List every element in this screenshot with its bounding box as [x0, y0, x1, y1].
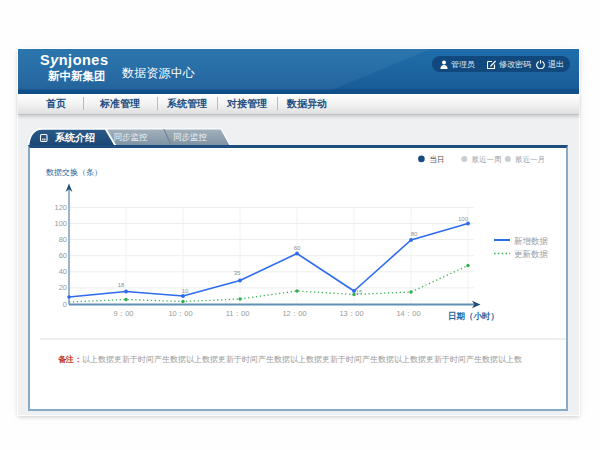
svg-text:15: 15	[356, 289, 363, 295]
svg-text:60: 60	[59, 251, 67, 260]
svg-text:同步监控: 同步监控	[173, 132, 208, 142]
svg-text:80: 80	[59, 235, 67, 244]
svg-text:14：00: 14：00	[396, 309, 420, 318]
svg-text:18: 18	[118, 282, 125, 288]
svg-text:当日: 当日	[430, 155, 445, 164]
svg-text:20: 20	[59, 283, 67, 292]
svg-text:最近一周: 最近一周	[472, 155, 502, 164]
svg-text:13：00: 13：00	[339, 309, 363, 318]
svg-text:100: 100	[54, 219, 67, 228]
svg-text:60: 60	[294, 245, 301, 251]
svg-text:40: 40	[59, 267, 67, 276]
svg-text:更新数据: 更新数据	[514, 249, 549, 259]
svg-text:数据交换（条）: 数据交换（条）	[46, 168, 102, 177]
svg-text:0: 0	[63, 300, 67, 309]
svg-text:100: 100	[458, 216, 469, 222]
svg-text:系统介绍: 系统介绍	[54, 132, 95, 143]
svg-text:最近一月: 最近一月	[515, 155, 545, 164]
svg-text:10：00: 10：00	[168, 309, 192, 318]
svg-text:120: 120	[54, 203, 67, 212]
svg-text:35: 35	[234, 270, 241, 276]
svg-text:10: 10	[182, 288, 189, 294]
svg-text:11：00: 11：00	[226, 309, 250, 318]
svg-text:日期（小时）: 日期（小时）	[448, 311, 499, 321]
svg-text:9：00: 9：00	[113, 309, 133, 318]
svg-text:12：00: 12：00	[282, 309, 306, 318]
svg-text:新增数据: 新增数据	[514, 236, 549, 246]
svg-text:同步监控: 同步监控	[114, 132, 149, 142]
svg-text:80: 80	[411, 231, 418, 237]
